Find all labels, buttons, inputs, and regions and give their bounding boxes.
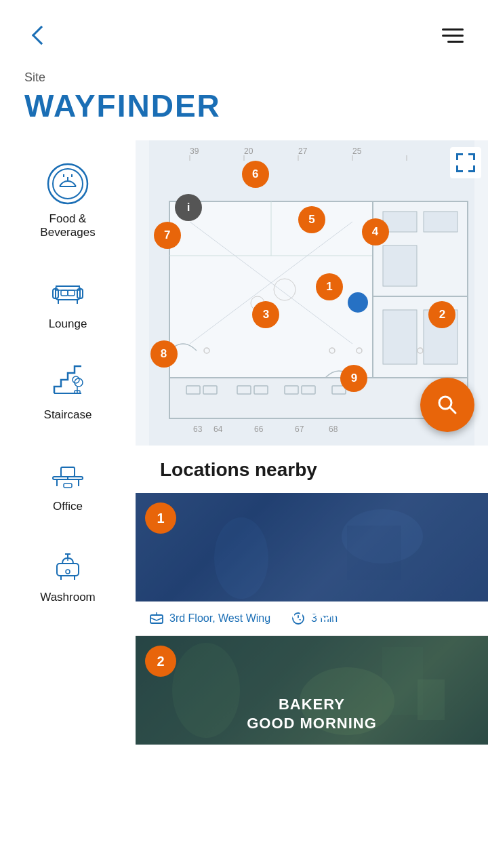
menu-button[interactable] — [434, 20, 464, 50]
expand-icon — [456, 153, 475, 172]
svg-text:64: 64 — [214, 425, 223, 434]
map-pin-4[interactable]: 4 — [362, 218, 389, 245]
food-icon — [43, 159, 92, 208]
svg-rect-55 — [383, 245, 417, 286]
svg-rect-12 — [68, 290, 75, 296]
svg-rect-77 — [136, 493, 488, 601]
svg-text:66: 66 — [254, 425, 264, 434]
svg-rect-26 — [64, 484, 72, 488]
menu-icon — [447, 41, 464, 43]
sidebar-item-washroom-label: Washroom — [40, 591, 96, 604]
svg-point-31 — [66, 570, 70, 574]
map-pin-9[interactable]: 9 — [340, 365, 367, 392]
svg-point-1 — [53, 169, 83, 199]
card-title-1: INFO-POINT — [265, 606, 358, 625]
card-number-badge-1: 1 — [145, 502, 176, 534]
svg-point-78 — [214, 517, 268, 599]
sidebar-item-office[interactable]: Office — [7, 435, 129, 526]
menu-icon — [442, 28, 464, 31]
sidebar-item-lounge-label: Lounge — [49, 317, 87, 331]
card-title-wrap-2: BAKERY GOOD MORNING — [136, 684, 488, 745]
expand-button[interactable] — [450, 147, 481, 178]
sidebar: Food &Beverages — [0, 140, 136, 745]
search-fab-icon — [435, 393, 460, 417]
back-arrow-icon — [32, 26, 51, 45]
lounge-icon — [43, 264, 92, 313]
title-section: Site WAYFINDER — [0, 64, 488, 140]
svg-text:67: 67 — [295, 425, 304, 434]
map-pin-2[interactable]: 2 — [428, 301, 455, 328]
sidebar-item-food-label: Food &Beverages — [40, 212, 95, 240]
menu-icon — [442, 35, 464, 37]
sidebar-item-staircase[interactable]: Staircase — [7, 343, 129, 434]
map-pin-1[interactable]: 1 — [316, 273, 343, 300]
card-subtitle-2: GOOD MORNING — [247, 714, 377, 734]
map-pin-info[interactable]: i — [175, 194, 202, 221]
card-title-2: BAKERY — [279, 695, 345, 715]
card-number-badge-2: 2 — [145, 646, 176, 677]
card-title-wrap-1: INFO-POINT — [136, 595, 488, 636]
svg-text:39: 39 — [190, 146, 199, 156]
locations-title: Locations nearby — [136, 459, 488, 493]
site-label: Site — [24, 71, 464, 85]
svg-rect-23 — [61, 467, 75, 477]
map-pin-5[interactable]: 5 — [298, 206, 325, 233]
back-button[interactable] — [24, 20, 54, 50]
main-content: Food &Beverages — [0, 140, 488, 745]
staircase-icon — [43, 355, 92, 404]
map-pin-6[interactable]: 6 — [242, 161, 269, 188]
sidebar-item-lounge[interactable]: Lounge — [7, 252, 129, 343]
map-pin-8[interactable]: 8 — [150, 340, 178, 368]
map-pin-3[interactable]: 3 — [252, 301, 279, 328]
svg-text:27: 27 — [298, 146, 308, 156]
svg-rect-56 — [383, 310, 417, 364]
sidebar-item-office-label: Office — [53, 500, 83, 513]
svg-rect-54 — [424, 212, 458, 232]
washroom-icon — [43, 538, 92, 587]
locations-section: Locations nearby 1 INFO-POINT — [136, 446, 488, 745]
location-card-2[interactable]: 2 BAKERY GOOD MORNING — [136, 636, 488, 745]
map-current-location — [348, 292, 368, 313]
svg-text:20: 20 — [244, 146, 253, 156]
svg-rect-80 — [347, 526, 401, 580]
svg-point-0 — [48, 164, 87, 203]
header — [0, 0, 488, 64]
map-container[interactable]: 39 20 27 25 — [136, 140, 488, 446]
svg-text:25: 25 — [352, 146, 362, 156]
svg-rect-11 — [61, 290, 68, 296]
location-card-1[interactable]: 1 INFO-POINT 3rd Floor, West Wing — [136, 493, 488, 636]
sidebar-item-food[interactable]: Food &Beverages — [7, 147, 129, 252]
card1-texture — [136, 493, 488, 601]
search-fab-button[interactable] — [420, 378, 474, 432]
sidebar-item-washroom[interactable]: Washroom — [7, 526, 129, 616]
location-image-1 — [136, 493, 488, 601]
office-icon — [43, 447, 92, 496]
map-pin-7[interactable]: 7 — [154, 222, 181, 249]
svg-text:68: 68 — [329, 425, 338, 434]
sidebar-item-staircase-label: Staircase — [44, 408, 92, 422]
svg-text:63: 63 — [193, 425, 203, 434]
svg-line-76 — [450, 408, 455, 413]
page-title: WAYFINDER — [24, 87, 464, 124]
